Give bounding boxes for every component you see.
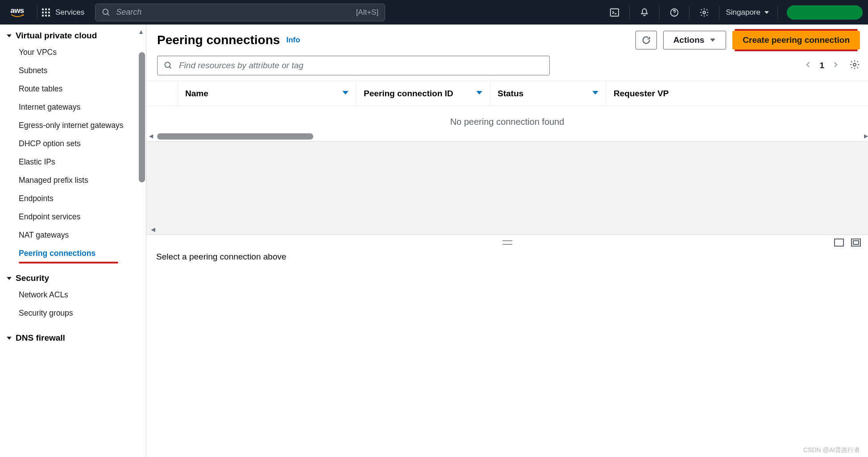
- sort-icon[interactable]: [592, 89, 599, 99]
- refresh-button[interactable]: [635, 31, 657, 49]
- svg-point-8: [853, 63, 856, 66]
- notifications-button[interactable]: [634, 4, 655, 21]
- svg-line-1: [108, 13, 109, 15]
- global-search[interactable]: [Alt+S]: [95, 4, 385, 21]
- caret-down-icon: [6, 276, 12, 281]
- pager-current: 1: [819, 61, 824, 70]
- main-content: Peering connections Info Actions Create …: [146, 25, 868, 457]
- empty-state: No peering connection found: [146, 106, 868, 132]
- services-menu[interactable]: Services: [42, 8, 84, 17]
- sidebar-section-security[interactable]: Security: [6, 272, 146, 287]
- scrollbar-thumb[interactable]: [157, 133, 313, 140]
- table: Name Peering connection ID Status Reques…: [146, 81, 868, 141]
- cloudshell-button[interactable]: [604, 4, 625, 21]
- smile-icon: [9, 14, 25, 18]
- col-select[interactable]: [146, 81, 178, 106]
- split-gap: ◀: [146, 141, 868, 235]
- nav-separator: [37, 6, 37, 19]
- caret-down-icon: [764, 10, 769, 15]
- section-label: Virtual private cloud: [16, 31, 97, 41]
- sidebar-item-endpoint-services[interactable]: Endpoint services: [6, 209, 146, 225]
- sidebar-item-peering-connections[interactable]: Peering connections: [6, 245, 146, 262]
- sidebar-item-elastic-ips[interactable]: Elastic IPs: [6, 154, 146, 170]
- filter-input[interactable]: [179, 61, 543, 70]
- page-header: Peering connections Info Actions Create …: [146, 25, 868, 49]
- sidebar-item-security-groups[interactable]: Security groups: [6, 305, 146, 321]
- resize-handle[interactable]: [503, 240, 512, 245]
- svg-line-7: [170, 67, 171, 69]
- sort-icon[interactable]: [476, 89, 483, 99]
- caret-down-icon: [710, 37, 716, 43]
- sidebar-item-dhcp-option-sets[interactable]: DHCP option sets: [6, 136, 146, 152]
- caret-down-icon: [6, 33, 12, 39]
- pager-prev[interactable]: [804, 61, 812, 71]
- sidebar-section-vpc[interactable]: Virtual private cloud: [6, 29, 146, 44]
- col-peering-id[interactable]: Peering connection ID: [356, 81, 490, 106]
- global-nav: aws Services [Alt+S] Singapore: [0, 0, 868, 25]
- aws-logo-text: aws: [10, 7, 24, 14]
- search-shortcut: [Alt+S]: [356, 8, 379, 17]
- svg-point-5: [703, 11, 706, 14]
- refresh-icon: [641, 35, 651, 45]
- services-label: Services: [55, 8, 84, 17]
- actions-label: Actions: [673, 35, 705, 45]
- sidebar-item-endpoints[interactable]: Endpoints: [6, 190, 146, 207]
- create-peering-button[interactable]: Create peering connection: [732, 31, 860, 49]
- actions-button[interactable]: Actions: [663, 31, 727, 49]
- sidebar-collapse-icon[interactable]: ▲: [138, 28, 144, 35]
- settings-button[interactable]: [694, 4, 714, 21]
- filter-row: 1: [146, 49, 868, 81]
- table-header: Name Peering connection ID Status Reques…: [146, 81, 868, 106]
- pager: 1: [804, 59, 860, 72]
- sidebar-scrollbar[interactable]: [139, 52, 145, 182]
- table-settings-button[interactable]: [849, 59, 860, 72]
- pager-next[interactable]: [831, 61, 839, 71]
- gear-icon: [849, 59, 860, 70]
- sidebar-item-egress-gateways[interactable]: Egress-only internet gateways: [6, 117, 146, 134]
- scroll-right-icon[interactable]: ▶: [864, 133, 868, 139]
- col-name[interactable]: Name: [178, 81, 356, 106]
- h-scrollbar[interactable]: ◀ ▶: [157, 133, 860, 140]
- col-status[interactable]: Status: [490, 81, 606, 106]
- layout-switcher: [834, 239, 861, 247]
- filter-input-wrap[interactable]: [157, 56, 550, 75]
- sidebar-item-managed-prefix[interactable]: Managed prefix lists: [6, 172, 146, 189]
- region-selector[interactable]: Singapore: [726, 8, 769, 17]
- nav-separator: [629, 6, 630, 19]
- search-icon: [102, 8, 111, 17]
- search-icon: [164, 61, 173, 70]
- aws-logo[interactable]: aws: [7, 6, 27, 19]
- sidebar-item-subnets[interactable]: Subnets: [6, 62, 146, 79]
- sidebar-item-your-vpcs[interactable]: Your VPCs: [6, 44, 146, 61]
- sidebar-item-route-tables[interactable]: Route tables: [6, 81, 146, 97]
- nav-separator: [719, 6, 719, 19]
- layout-simple-button[interactable]: [834, 239, 844, 247]
- search-input[interactable]: [116, 8, 356, 17]
- svg-point-4: [674, 14, 675, 14]
- sidebar-item-nat-gateways[interactable]: NAT gateways: [6, 227, 146, 243]
- scroll-left-icon[interactable]: ◀: [149, 133, 153, 139]
- sidebar-item-internet-gateways[interactable]: Internet gateways: [6, 99, 146, 115]
- panel-collapse-icon[interactable]: ◀: [151, 226, 155, 233]
- svg-point-0: [103, 9, 108, 14]
- help-button[interactable]: [664, 4, 685, 21]
- nav-separator: [777, 6, 778, 19]
- grid-icon: [42, 8, 50, 16]
- sort-icon[interactable]: [342, 89, 349, 99]
- col-requester[interactable]: Requester VP: [606, 81, 868, 106]
- section-label: DNS firewall: [16, 333, 65, 343]
- svg-rect-2: [611, 8, 619, 16]
- account-menu[interactable]: [787, 5, 863, 20]
- page-title: Peering connections: [157, 33, 280, 47]
- nav-separator: [659, 6, 660, 19]
- info-link[interactable]: Info: [286, 36, 300, 45]
- layout-split-button[interactable]: [851, 239, 861, 247]
- nav-separator: [689, 6, 689, 19]
- svg-point-6: [165, 62, 170, 68]
- detail-empty-message: Select a peering connection above: [146, 235, 868, 262]
- sidebar-item-network-acls[interactable]: Network ACLs: [6, 287, 146, 303]
- region-label: Singapore: [726, 8, 760, 17]
- watermark: CSDN @AI普惠行者: [803, 446, 860, 454]
- sidebar-section-dns-firewall[interactable]: DNS firewall: [6, 331, 146, 346]
- caret-down-icon: [6, 335, 12, 341]
